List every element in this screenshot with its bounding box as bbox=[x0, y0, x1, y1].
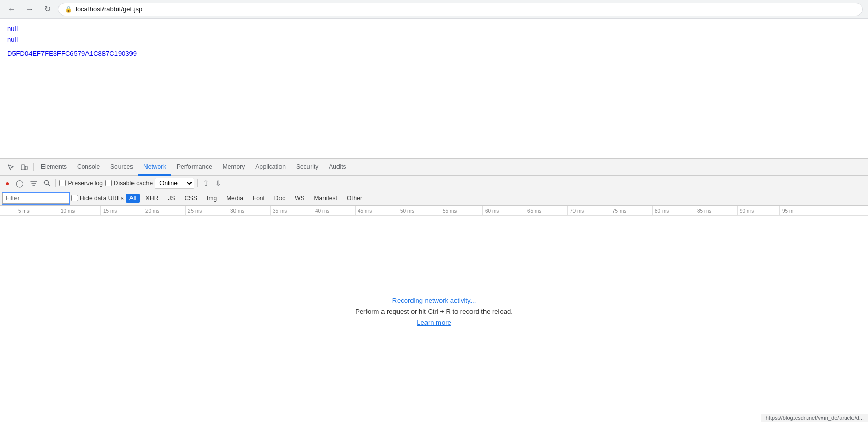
tab-memory[interactable]: Memory bbox=[217, 159, 250, 176]
import-har-button[interactable]: ⇧ bbox=[201, 178, 211, 188]
filter-type-img[interactable]: Img bbox=[203, 194, 220, 203]
filter-type-xhr[interactable]: XHR bbox=[142, 194, 162, 203]
timeline-tick-4: 20 ms bbox=[143, 206, 185, 215]
tab-security[interactable]: Security bbox=[291, 159, 323, 176]
null-line-2: null bbox=[7, 35, 861, 46]
tab-network[interactable]: Network bbox=[138, 159, 171, 176]
tab-sources[interactable]: Sources bbox=[105, 159, 138, 176]
timeline-tick-1: 5 ms bbox=[16, 206, 58, 215]
timeline-tick-15: 75 ms bbox=[610, 206, 652, 215]
lock-icon: 🔒 bbox=[65, 6, 72, 13]
svg-line-3 bbox=[48, 184, 50, 186]
filter-bar: Hide data URLs All XHR JS CSS Img Media … bbox=[0, 191, 868, 206]
record-button[interactable]: ● bbox=[3, 178, 11, 188]
preserve-log-label[interactable]: Preserve log bbox=[59, 180, 102, 187]
filter-type-media[interactable]: Media bbox=[223, 194, 247, 203]
devtools-select-element-icon[interactable] bbox=[4, 162, 18, 173]
svg-point-2 bbox=[45, 181, 49, 185]
back-button[interactable]: ← bbox=[5, 3, 19, 16]
timeline-header: 5 ms 10 ms 15 ms 20 ms 25 ms 30 ms 35 ms… bbox=[0, 206, 868, 216]
status-hint: https://blog.csdn.net/vxin_de/article/d.… bbox=[761, 414, 868, 422]
devtools-device-icon[interactable] bbox=[18, 162, 31, 173]
timeline-tick-13: 65 ms bbox=[525, 206, 567, 215]
hint-text: Perform a request or hit Ctrl + R to rec… bbox=[355, 308, 513, 315]
preserve-log-checkbox[interactable] bbox=[59, 180, 66, 186]
timeline-tick-5: 25 ms bbox=[185, 206, 228, 215]
devtools-tabs-bar: Elements Console Sources Network Perform… bbox=[0, 159, 868, 176]
learn-more-link[interactable]: Learn more bbox=[417, 318, 451, 326]
timeline-tick-10: 50 ms bbox=[398, 206, 440, 215]
hide-data-urls-label[interactable]: Hide data URLs bbox=[71, 195, 124, 202]
network-empty-state: Recording network activity... Perform a … bbox=[0, 216, 868, 422]
export-har-button[interactable]: ⇩ bbox=[213, 178, 224, 188]
recording-text: Recording network activity... bbox=[392, 297, 476, 304]
tab-separator bbox=[33, 163, 34, 171]
timeline-tick-19: 95 m bbox=[779, 206, 822, 215]
filter-type-js[interactable]: JS bbox=[164, 194, 179, 203]
network-toolbar: ● ◯ Preserve log Disable cache Online Of… bbox=[0, 176, 868, 191]
timeline-tick-12: 60 ms bbox=[482, 206, 525, 215]
svg-rect-0 bbox=[21, 165, 25, 170]
timeline-tick-2: 10 ms bbox=[58, 206, 100, 215]
filter-input[interactable] bbox=[2, 193, 69, 204]
reload-button[interactable]: ↻ bbox=[40, 3, 54, 16]
tab-console[interactable]: Console bbox=[72, 159, 105, 176]
timeline-tick-16: 80 ms bbox=[652, 206, 695, 215]
svg-rect-1 bbox=[25, 166, 27, 170]
filter-type-other[interactable]: Other bbox=[343, 194, 366, 203]
null-line-1: null bbox=[7, 24, 861, 35]
browser-chrome: ← → ↻ 🔒 localhost/rabbit/get.jsp bbox=[0, 0, 868, 19]
hash-value: D5FD04EF7FE3FFC6579A1C887C190399 bbox=[7, 50, 861, 57]
filter-type-css[interactable]: CSS bbox=[181, 194, 201, 203]
address-bar: 🔒 localhost/rabbit/get.jsp bbox=[58, 3, 863, 16]
hide-data-urls-checkbox[interactable] bbox=[71, 195, 78, 201]
disable-cache-checkbox[interactable] bbox=[105, 180, 112, 186]
filter-icon-button[interactable] bbox=[28, 179, 39, 188]
timeline-tick-11: 55 ms bbox=[440, 206, 482, 215]
timeline-tick-18: 90 ms bbox=[737, 206, 779, 215]
timeline-tick-14: 70 ms bbox=[567, 206, 610, 215]
filter-type-all[interactable]: All bbox=[126, 194, 140, 203]
disable-cache-label[interactable]: Disable cache bbox=[105, 180, 153, 187]
timeline-tick-3: 15 ms bbox=[100, 206, 143, 215]
throttle-select[interactable]: Online Offline Slow 3G Fast 3G bbox=[155, 178, 194, 189]
toolbar-separator-2 bbox=[197, 179, 198, 187]
filter-type-font[interactable]: Font bbox=[249, 194, 269, 203]
filter-type-manifest[interactable]: Manifest bbox=[311, 194, 341, 203]
filter-type-doc[interactable]: Doc bbox=[271, 194, 289, 203]
search-button[interactable] bbox=[41, 179, 52, 187]
timeline-tick-0 bbox=[0, 206, 16, 215]
devtools-panel: Elements Console Sources Network Perform… bbox=[0, 158, 868, 422]
page-content: null null D5FD04EF7FE3FFC6579A1C887C1903… bbox=[0, 19, 868, 158]
toolbar-separator-1 bbox=[55, 179, 56, 187]
filter-type-ws[interactable]: WS bbox=[291, 194, 308, 203]
forward-button[interactable]: → bbox=[23, 3, 36, 16]
timeline-tick-6: 30 ms bbox=[228, 206, 270, 215]
timeline-tick-17: 85 ms bbox=[695, 206, 737, 215]
tab-elements[interactable]: Elements bbox=[36, 159, 72, 176]
timeline-tick-8: 40 ms bbox=[313, 206, 355, 215]
clear-button[interactable]: ◯ bbox=[13, 178, 26, 188]
url-text: localhost/rabbit/get.jsp bbox=[76, 5, 142, 13]
timeline-tick-9: 45 ms bbox=[355, 206, 398, 215]
timeline-tick-7: 35 ms bbox=[270, 206, 313, 215]
tab-performance[interactable]: Performance bbox=[171, 159, 217, 176]
tab-application[interactable]: Application bbox=[250, 159, 291, 176]
tab-audits[interactable]: Audits bbox=[323, 159, 351, 176]
